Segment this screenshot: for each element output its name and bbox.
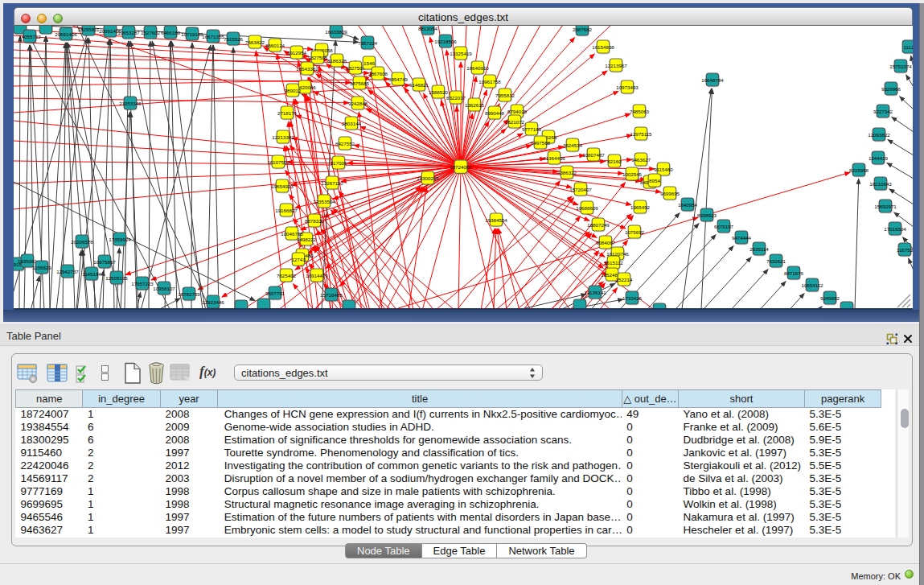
svg-text:9699695: 9699695 bbox=[660, 191, 680, 196]
svg-text:16033809: 16033809 bbox=[325, 29, 347, 35]
svg-text:10046788: 10046788 bbox=[281, 231, 303, 237]
svg-text:917006: 917006 bbox=[331, 160, 347, 166]
svg-text:10958107: 10958107 bbox=[153, 286, 175, 291]
svg-text:19218506: 19218506 bbox=[434, 39, 457, 44]
svg-text:9329966: 9329966 bbox=[881, 86, 901, 92]
svg-text:8938923: 8938923 bbox=[697, 212, 717, 218]
svg-text:6497568: 6497568 bbox=[531, 140, 551, 146]
svg-text:62160: 62160 bbox=[607, 159, 622, 164]
svg-text:8813054: 8813054 bbox=[418, 26, 438, 31]
svg-text:9245652: 9245652 bbox=[820, 295, 840, 301]
svg-text:13267110: 13267110 bbox=[321, 180, 343, 186]
svg-text:1965492: 1965492 bbox=[630, 204, 651, 210]
svg-text:12213382: 12213382 bbox=[272, 134, 294, 140]
svg-text:12743: 12743 bbox=[291, 257, 306, 262]
svg-text:5875685: 5875685 bbox=[350, 80, 370, 86]
svg-text:12975115: 12975115 bbox=[630, 131, 652, 137]
svg-text:21364436: 21364436 bbox=[543, 155, 565, 161]
svg-text:18640910: 18640910 bbox=[466, 65, 489, 71]
svg-text:7357224: 7357224 bbox=[358, 40, 378, 46]
svg-text:1615112: 1615112 bbox=[604, 260, 623, 266]
svg-text:1002545: 1002545 bbox=[622, 171, 643, 177]
svg-text:1546: 1546 bbox=[363, 60, 375, 66]
svg-text:6794028: 6794028 bbox=[507, 109, 528, 114]
svg-text:1075692: 1075692 bbox=[625, 229, 645, 235]
svg-text:15751074: 15751074 bbox=[889, 64, 912, 69]
svg-text:1935061: 1935061 bbox=[18, 258, 38, 264]
svg-text:12353594: 12353594 bbox=[313, 199, 335, 204]
svg-text:12213967: 12213967 bbox=[605, 63, 627, 68]
svg-text:3912954: 3912954 bbox=[287, 50, 307, 56]
svg-text:8954: 8954 bbox=[649, 178, 660, 183]
svg-text:18300295: 18300295 bbox=[417, 175, 439, 181]
svg-text:20691406: 20691406 bbox=[55, 31, 77, 37]
svg-text:1362615: 1362615 bbox=[465, 102, 485, 108]
svg-text:7955812: 7955812 bbox=[495, 93, 515, 98]
svg-text:6679197: 6679197 bbox=[714, 224, 734, 229]
svg-text:13325419: 13325419 bbox=[450, 51, 472, 56]
svg-text:8322037: 8322037 bbox=[446, 95, 466, 101]
svg-text:8878332: 8878332 bbox=[305, 218, 325, 224]
svg-text:2867608: 2867608 bbox=[368, 71, 388, 76]
svg-text:2087682: 2087682 bbox=[573, 27, 593, 32]
svg-text:19384554: 19384554 bbox=[485, 217, 507, 223]
svg-text:18255811: 18255811 bbox=[77, 27, 100, 32]
svg-text:16782759: 16782759 bbox=[178, 291, 200, 297]
svg-text:12923446: 12923446 bbox=[202, 299, 224, 305]
svg-text:2803144: 2803144 bbox=[342, 121, 362, 126]
svg-text:9115460: 9115460 bbox=[654, 167, 673, 172]
svg-text:9327505: 9327505 bbox=[308, 55, 328, 60]
svg-text:17359924: 17359924 bbox=[109, 237, 131, 242]
svg-text:16671355: 16671355 bbox=[202, 34, 224, 39]
svg-text:10961758: 10961758 bbox=[478, 79, 501, 84]
svg-text:21053346: 21053346 bbox=[119, 101, 142, 106]
svg-text:6466160: 6466160 bbox=[161, 30, 181, 35]
svg-text:8186328: 8186328 bbox=[327, 58, 347, 64]
svg-text:1527602: 1527602 bbox=[141, 30, 161, 35]
svg-text:16648784: 16648784 bbox=[701, 77, 724, 83]
svg-text:16914479: 16914479 bbox=[306, 273, 328, 278]
svg-text:252214: 252214 bbox=[616, 277, 633, 282]
svg-text:10807487: 10807487 bbox=[582, 152, 605, 158]
svg-text:12505135: 12505135 bbox=[105, 275, 128, 281]
svg-text:1244419: 1244419 bbox=[869, 155, 889, 161]
svg-text:1145194: 1145194 bbox=[82, 271, 101, 277]
svg-text:9777169: 9777169 bbox=[522, 126, 542, 132]
svg-text:1588520: 1588520 bbox=[429, 89, 449, 95]
svg-text:16543362: 16543362 bbox=[296, 66, 318, 72]
svg-text:2718176: 2718176 bbox=[277, 110, 298, 116]
svg-text:8471676: 8471676 bbox=[784, 270, 804, 276]
svg-text:10653287: 10653287 bbox=[117, 30, 140, 35]
svg-text:17957223: 17957223 bbox=[131, 281, 154, 286]
svg-text:18724007: 18724007 bbox=[450, 164, 472, 170]
svg-text:10719185: 10719185 bbox=[181, 31, 203, 37]
svg-text:7625402: 7625402 bbox=[277, 273, 297, 278]
svg-text:12942737: 12942737 bbox=[56, 269, 79, 274]
svg-text:15716485: 15716485 bbox=[320, 292, 343, 298]
svg-text:16154838: 16154838 bbox=[592, 44, 614, 50]
svg-text:7663822: 7663822 bbox=[245, 39, 265, 45]
svg-text:9463627: 9463627 bbox=[631, 157, 651, 163]
svg-text:15720407: 15720407 bbox=[569, 187, 592, 192]
svg-text:1156829: 1156829 bbox=[32, 265, 51, 270]
svg-text:7632621: 7632621 bbox=[766, 258, 786, 264]
svg-text:8660124: 8660124 bbox=[265, 43, 285, 48]
svg-text:10975867: 10975867 bbox=[93, 259, 116, 265]
svg-text:1733426: 1733426 bbox=[622, 295, 643, 301]
svg-text:10973493: 10973493 bbox=[616, 84, 639, 90]
svg-text:9146821: 9146821 bbox=[409, 82, 429, 88]
svg-text:1640954: 1640954 bbox=[678, 202, 698, 208]
svg-text:1621072: 1621072 bbox=[505, 119, 525, 125]
svg-text:7515526: 7515526 bbox=[224, 36, 244, 42]
svg-text:16210643: 16210643 bbox=[869, 181, 892, 187]
svg-text:19166827: 19166827 bbox=[275, 208, 298, 213]
svg-text:116753: 116753 bbox=[897, 247, 913, 253]
svg-text:9657791: 9657791 bbox=[265, 290, 285, 296]
svg-text:9084067: 9084067 bbox=[596, 240, 616, 245]
svg-text:8990448: 8990448 bbox=[485, 110, 505, 116]
svg-text:14055712: 14055712 bbox=[18, 34, 41, 39]
svg-text:17016504: 17016504 bbox=[884, 226, 906, 232]
svg-text:10654112: 10654112 bbox=[801, 282, 823, 288]
svg-text:1112: 1112 bbox=[904, 44, 913, 50]
svg-text:15692971: 15692971 bbox=[874, 204, 897, 209]
